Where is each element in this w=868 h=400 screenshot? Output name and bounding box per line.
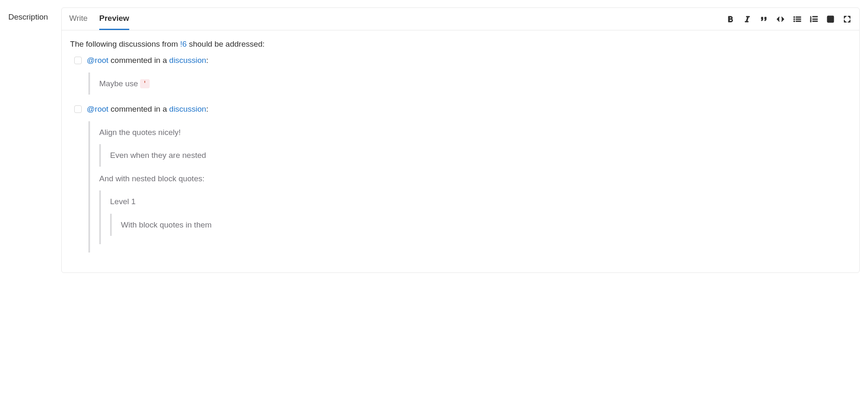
blockquote: Align the quotes nicely! Even when they … [88, 121, 851, 252]
quote-text: Maybe use ' [99, 78, 851, 90]
checkbox-icon[interactable] [74, 57, 82, 64]
svg-rect-1 [796, 17, 801, 18]
svg-point-0 [794, 16, 795, 18]
editor-tabs: Write Preview [69, 8, 129, 30]
comment-colon: : [206, 105, 208, 113]
blockquote-nested: Even when they are nested [99, 144, 851, 166]
user-link[interactable]: @root [87, 105, 108, 113]
editor-header: Write Preview [62, 8, 859, 30]
task-list: @root commented in a discussion: Maybe u… [70, 54, 851, 258]
user-link[interactable]: @root [87, 56, 108, 65]
comment-colon: : [206, 56, 208, 65]
italic-icon[interactable] [743, 15, 752, 24]
checkbox-icon[interactable] [74, 105, 82, 113]
code-icon[interactable] [776, 15, 785, 24]
blockquote-nested: Level 1 With block quotes in them [99, 190, 851, 244]
svg-text:3: 3 [810, 20, 812, 22]
editor-toolbar: 123 [726, 15, 852, 24]
blockquote: Maybe use ' [88, 72, 851, 95]
description-label: Description [8, 8, 48, 22]
discussion-link[interactable]: discussion [169, 105, 206, 113]
merge-request-link[interactable]: !6 [180, 40, 187, 48]
editor-panel: Write Preview [61, 8, 860, 273]
discussion-comment-line: @root commented in a discussion: [87, 54, 851, 66]
bold-icon[interactable] [726, 15, 735, 24]
discussion-link[interactable]: discussion [169, 56, 206, 65]
blockquote-nested: With block quotes in them [110, 214, 851, 236]
svg-point-2 [794, 18, 795, 20]
inline-code: ' [140, 79, 149, 88]
svg-rect-9 [813, 19, 818, 20]
task-item: @root commented in a discussion: Align t… [74, 103, 851, 258]
quote-text: And with nested block quotes: [99, 172, 851, 185]
bullet-list-icon[interactable] [793, 15, 802, 24]
tab-write[interactable]: Write [69, 8, 88, 30]
quote-text: Even when they are nested [110, 149, 851, 161]
intro-suffix: should be addressed: [187, 40, 265, 48]
comment-middle: commented in a [108, 105, 169, 113]
fullscreen-icon[interactable] [843, 15, 852, 24]
quote-text: With block quotes in them [121, 219, 851, 231]
svg-rect-5 [796, 21, 801, 22]
quote-icon[interactable] [759, 15, 768, 24]
svg-rect-3 [796, 19, 801, 20]
comment-middle: commented in a [108, 56, 169, 65]
quote-text: Level 1 [110, 195, 851, 208]
discussion-comment-line: @root commented in a discussion: [87, 103, 851, 115]
svg-rect-11 [813, 21, 818, 22]
quote-text: Align the quotes nicely! [99, 126, 851, 138]
intro-prefix: The following discussions from [70, 40, 180, 48]
task-list-icon[interactable] [826, 15, 835, 24]
numbered-list-icon[interactable]: 123 [809, 15, 818, 24]
svg-rect-7 [813, 16, 818, 17]
intro-text: The following discussions from !6 should… [70, 38, 851, 50]
task-item: @root commented in a discussion: Maybe u… [74, 54, 851, 100]
preview-content: The following discussions from !6 should… [62, 30, 859, 272]
tab-preview[interactable]: Preview [99, 8, 129, 30]
svg-point-4 [794, 20, 795, 22]
